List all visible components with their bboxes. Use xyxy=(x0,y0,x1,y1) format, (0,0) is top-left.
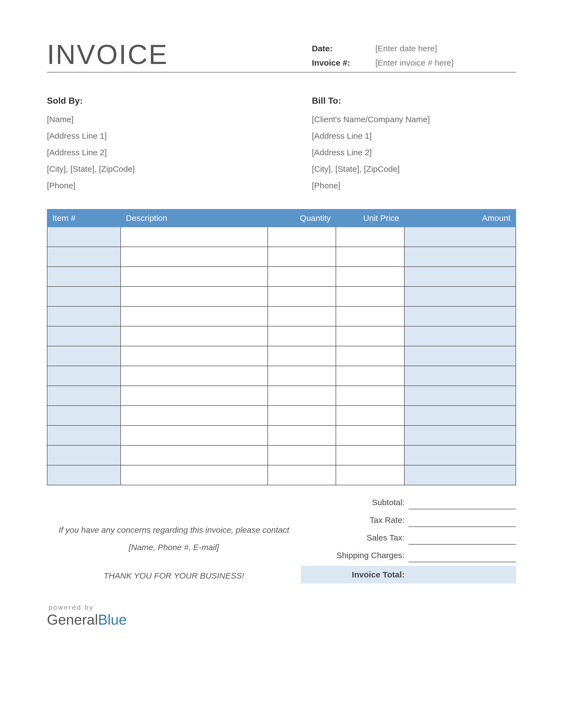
table-cell[interactable] xyxy=(121,247,267,267)
table-cell[interactable] xyxy=(336,227,404,247)
table-cell[interactable] xyxy=(404,386,516,406)
table-cell[interactable] xyxy=(336,346,404,366)
table-cell[interactable] xyxy=(47,406,121,425)
table-cell[interactable] xyxy=(404,445,516,465)
table-row xyxy=(47,425,516,445)
table-cell[interactable] xyxy=(268,346,336,366)
table-cell[interactable] xyxy=(121,346,267,366)
bill-to-city-state-zip[interactable]: [City], [State], [ZipCode] xyxy=(312,161,516,177)
bill-to-address2[interactable]: [Address Line 2] xyxy=(312,144,516,161)
sales-tax-value[interactable] xyxy=(409,531,516,545)
sold-by-name[interactable]: [Name] xyxy=(47,111,312,128)
table-cell[interactable] xyxy=(268,465,336,485)
table-cell[interactable] xyxy=(121,306,267,326)
table-cell[interactable] xyxy=(336,465,404,485)
table-cell[interactable] xyxy=(404,227,516,247)
table-cell[interactable] xyxy=(336,247,404,267)
table-cell[interactable] xyxy=(404,247,516,267)
table-cell[interactable] xyxy=(404,326,516,346)
notes-block: If you have any concerns regarding this … xyxy=(47,494,301,584)
subtotal-line: Subtotal: xyxy=(301,494,516,511)
invoice-meta: Date: [Enter date here] Invoice #: [Ente… xyxy=(312,44,516,70)
subtotal-label: Subtotal: xyxy=(301,498,409,507)
table-cell[interactable] xyxy=(268,406,336,425)
table-cell[interactable] xyxy=(336,445,404,465)
table-cell[interactable] xyxy=(121,386,267,406)
table-cell[interactable] xyxy=(268,287,336,306)
table-cell[interactable] xyxy=(47,425,121,445)
table-cell[interactable] xyxy=(336,386,404,406)
table-cell[interactable] xyxy=(47,465,121,485)
table-cell[interactable] xyxy=(336,267,404,287)
bill-to-phone[interactable]: [Phone] xyxy=(312,177,516,194)
bill-to-address1[interactable]: [Address Line 1] xyxy=(312,128,516,144)
table-cell[interactable] xyxy=(47,306,121,326)
table-cell[interactable] xyxy=(336,287,404,306)
col-quantity: Quantity xyxy=(268,209,336,227)
sold-by-city-state-zip[interactable]: [City], [State], [ZipCode] xyxy=(47,161,312,177)
table-cell[interactable] xyxy=(336,425,404,445)
sold-by-address2[interactable]: [Address Line 2] xyxy=(47,144,312,161)
table-cell[interactable] xyxy=(121,425,267,445)
table-cell[interactable] xyxy=(268,445,336,465)
table-cell[interactable] xyxy=(121,465,267,485)
contact-note[interactable]: [Name, Phone #, E-mail] xyxy=(47,539,301,556)
tax-rate-value[interactable] xyxy=(409,513,516,527)
table-row xyxy=(47,247,516,267)
parties-section: Sold By: [Name] [Address Line 1] [Addres… xyxy=(47,92,516,194)
table-cell[interactable] xyxy=(121,326,267,346)
document-header: INVOICE Date: [Enter date here] Invoice … xyxy=(47,39,516,73)
table-cell[interactable] xyxy=(121,406,267,425)
table-cell[interactable] xyxy=(404,306,516,326)
date-field[interactable]: [Enter date here] xyxy=(375,44,437,53)
table-cell[interactable] xyxy=(404,406,516,425)
table-cell[interactable] xyxy=(268,306,336,326)
logo-blue: Blue xyxy=(98,612,127,628)
col-amount: Amount xyxy=(404,209,516,227)
table-cell[interactable] xyxy=(404,346,516,366)
table-row xyxy=(47,406,516,425)
table-cell[interactable] xyxy=(268,247,336,267)
table-cell[interactable] xyxy=(268,326,336,346)
sold-by-block: Sold By: [Name] [Address Line 1] [Addres… xyxy=(47,92,312,194)
table-cell[interactable] xyxy=(404,287,516,306)
bill-to-name[interactable]: [Client's Name/Company Name] xyxy=(312,111,516,128)
subtotal-value[interactable] xyxy=(409,496,516,509)
table-cell[interactable] xyxy=(268,386,336,406)
table-cell[interactable] xyxy=(47,366,121,386)
date-line: Date: [Enter date here] xyxy=(312,44,516,53)
table-cell[interactable] xyxy=(268,267,336,287)
table-cell[interactable] xyxy=(121,227,267,247)
table-cell[interactable] xyxy=(268,366,336,386)
table-cell[interactable] xyxy=(121,366,267,386)
sold-by-address1[interactable]: [Address Line 1] xyxy=(47,128,312,144)
table-cell[interactable] xyxy=(336,306,404,326)
table-cell[interactable] xyxy=(404,267,516,287)
table-cell[interactable] xyxy=(47,346,121,366)
table-cell[interactable] xyxy=(404,366,516,386)
table-cell[interactable] xyxy=(336,366,404,386)
sold-by-title: Sold By: xyxy=(47,92,312,109)
table-cell[interactable] xyxy=(268,227,336,247)
table-cell[interactable] xyxy=(404,465,516,485)
table-header-row: Item # Description Quantity Unit Price A… xyxy=(47,209,516,227)
table-cell[interactable] xyxy=(47,326,121,346)
table-cell[interactable] xyxy=(47,227,121,247)
table-cell[interactable] xyxy=(404,425,516,445)
table-cell[interactable] xyxy=(47,267,121,287)
table-cell[interactable] xyxy=(47,287,121,306)
table-cell[interactable] xyxy=(121,287,267,306)
table-cell[interactable] xyxy=(336,406,404,425)
sales-tax-line: Sales Tax: xyxy=(301,529,516,547)
shipping-value[interactable] xyxy=(409,548,516,562)
table-cell[interactable] xyxy=(47,386,121,406)
table-cell[interactable] xyxy=(121,445,267,465)
table-cell[interactable] xyxy=(336,326,404,346)
table-cell[interactable] xyxy=(268,425,336,445)
invoice-number-field[interactable]: [Enter invoice # here] xyxy=(375,58,454,68)
table-cell[interactable] xyxy=(121,267,267,287)
table-cell[interactable] xyxy=(47,445,121,465)
table-row xyxy=(47,465,516,485)
sold-by-phone[interactable]: [Phone] xyxy=(47,177,312,194)
table-cell[interactable] xyxy=(47,247,121,267)
